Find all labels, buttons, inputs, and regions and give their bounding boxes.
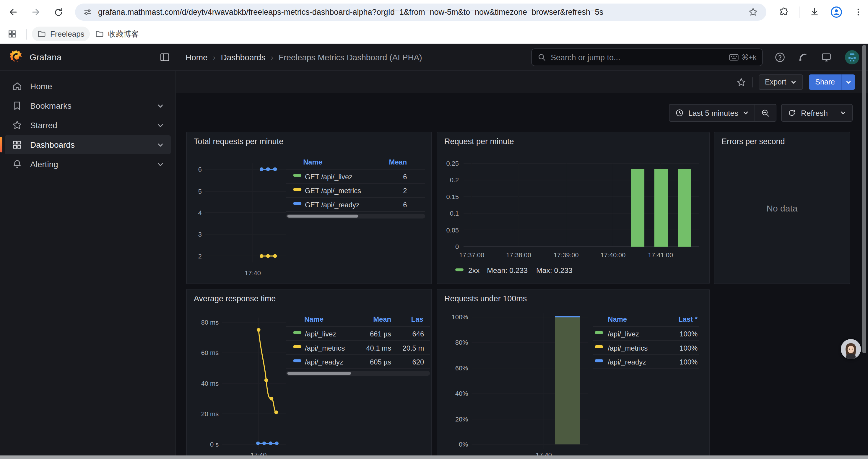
chevron-down-icon[interactable] bbox=[157, 141, 164, 148]
panel-legend[interactable]: 2xxMean: 0.233Max: 0.233 bbox=[455, 266, 572, 274]
bookmark-label: Freeleaps bbox=[50, 30, 85, 38]
browser-menu-icon[interactable] bbox=[851, 5, 866, 20]
url-bar[interactable]: grafana.mathmast.com/d/deytv4rwavabkb/fr… bbox=[75, 4, 766, 21]
sidebar-item-dashboards[interactable]: Dashboards bbox=[5, 135, 171, 154]
sidebar-item-alerting[interactable]: Alerting bbox=[5, 155, 171, 174]
news-rss-icon[interactable] bbox=[798, 52, 808, 63]
svg-text:40 ms: 40 ms bbox=[201, 380, 219, 387]
svg-text:Mean: Mean bbox=[373, 315, 391, 323]
svg-text:17:37:00: 17:37:00 bbox=[459, 251, 484, 259]
svg-text:40%: 40% bbox=[455, 390, 468, 397]
svg-text:GET /api/_livez: GET /api/_livez bbox=[305, 173, 352, 181]
chevron-down-icon[interactable] bbox=[157, 122, 164, 129]
svg-text:Max: 0.233: Max: 0.233 bbox=[536, 266, 572, 274]
panel-title[interactable]: Average response time bbox=[194, 294, 276, 303]
time-range-button[interactable]: Last 5 minutes bbox=[670, 104, 755, 121]
svg-text:6: 6 bbox=[403, 201, 407, 209]
no-data-message: No data bbox=[714, 132, 850, 284]
chevron-down-icon[interactable] bbox=[157, 161, 164, 167]
extensions-icon[interactable] bbox=[776, 5, 791, 20]
refresh-button[interactable]: Refresh bbox=[782, 104, 834, 121]
svg-text:Las: Las bbox=[411, 315, 423, 323]
bookmark-star-icon[interactable] bbox=[748, 7, 758, 17]
grafana-brand[interactable]: Grafana bbox=[9, 50, 61, 64]
svg-text:17:39:00: 17:39:00 bbox=[554, 251, 579, 259]
share-button[interactable]: Share bbox=[809, 74, 841, 90]
svg-text:100%: 100% bbox=[452, 314, 468, 321]
svg-text:605 µs: 605 µs bbox=[370, 358, 391, 366]
panel-title[interactable]: Total requests per minute bbox=[194, 137, 283, 146]
user-avatar[interactable] bbox=[844, 50, 860, 65]
monitor-icon[interactable] bbox=[821, 52, 832, 63]
svg-text:80 ms: 80 ms bbox=[201, 319, 219, 326]
window-scrollbar-track[interactable] bbox=[862, 44, 866, 455]
star-dashboard-icon[interactable] bbox=[736, 77, 746, 87]
svg-text:GET /api/_metrics: GET /api/_metrics bbox=[305, 187, 361, 195]
panel-legend[interactable]: NameLast */api/_livez100%/api/_metrics10… bbox=[593, 315, 699, 369]
chevron-down-icon[interactable] bbox=[157, 102, 164, 109]
panel-title[interactable]: Request per minute bbox=[444, 137, 514, 146]
svg-text:620: 620 bbox=[412, 358, 424, 366]
back-icon[interactable] bbox=[6, 5, 21, 20]
svg-text:20.5 m: 20.5 m bbox=[402, 344, 424, 352]
bookmark-folder-freeleaps[interactable]: Freeleaps bbox=[32, 27, 90, 41]
search-input[interactable]: Search or jump to... ⌘+k bbox=[531, 48, 763, 66]
refresh-interval-button[interactable] bbox=[834, 104, 852, 121]
panel-requests-under-100ms: Requests under 100ms 100%80%60%40%20%0%1… bbox=[437, 289, 710, 459]
svg-text:/api/_metrics: /api/_metrics bbox=[608, 344, 648, 352]
download-icon[interactable] bbox=[807, 5, 822, 20]
help-icon[interactable] bbox=[775, 52, 785, 63]
svg-text:0.05: 0.05 bbox=[446, 227, 459, 234]
panel-title[interactable]: Requests under 100ms bbox=[444, 294, 527, 303]
toolbar-divider bbox=[799, 6, 800, 18]
chevron-down-icon bbox=[840, 110, 846, 116]
time-range-label: Last 5 minutes bbox=[688, 108, 738, 117]
url-text[interactable]: grafana.mathmast.com/d/deytv4rwavabkb/fr… bbox=[98, 8, 748, 17]
sidebar-item-label: Starred bbox=[30, 121, 150, 130]
svg-text:/api/_readyz: /api/_readyz bbox=[305, 358, 343, 366]
profile-icon[interactable] bbox=[829, 5, 844, 20]
sidebar-item-starred[interactable]: Starred bbox=[5, 116, 171, 135]
svg-text:Last *: Last * bbox=[678, 315, 698, 323]
request-per-minute-chart: 0.250.20.150.10.05017:37:0017:38:0017:39… bbox=[437, 132, 709, 284]
panel-legend[interactable]: NameMeanLas/api/_livez661 µs646/api/_met… bbox=[286, 315, 430, 376]
breadcrumb-chevron-icon: › bbox=[271, 53, 273, 62]
site-settings-icon[interactable] bbox=[83, 8, 92, 17]
breadcrumb-home[interactable]: Home bbox=[186, 53, 208, 62]
time-range-group: Last 5 minutes bbox=[669, 104, 777, 122]
svg-text:2: 2 bbox=[403, 187, 407, 195]
sidebar-toggle-icon[interactable] bbox=[159, 52, 170, 65]
zoom-out-button[interactable] bbox=[755, 104, 776, 121]
export-button[interactable]: Export bbox=[758, 74, 803, 90]
refresh-group: Refresh bbox=[781, 104, 852, 122]
svg-text:0.15: 0.15 bbox=[446, 193, 459, 201]
apps-icon bbox=[12, 139, 23, 150]
svg-text:Name: Name bbox=[608, 315, 627, 323]
sidebar-nav: HomeBookmarksStarredDashboardsAlerting bbox=[0, 71, 176, 459]
keyboard-shortcut: ⌘+k bbox=[729, 53, 756, 61]
apps-grid-icon[interactable] bbox=[5, 27, 20, 41]
sidebar-item-label: Dashboards bbox=[30, 140, 150, 150]
panel-legend[interactable]: NameMeanGET /api/_livez6GET /api/_metric… bbox=[286, 158, 425, 219]
bookmark-folder-blogs[interactable]: 收藏博客 bbox=[90, 27, 144, 41]
panel-average-response-time: Average response time 80 ms60 ms40 ms20 … bbox=[186, 289, 432, 459]
sidebar-item-home[interactable]: Home bbox=[5, 77, 171, 96]
forward-icon[interactable] bbox=[28, 5, 43, 20]
svg-text:2xx: 2xx bbox=[468, 266, 480, 274]
reload-icon[interactable] bbox=[51, 5, 66, 20]
svg-text:0 s: 0 s bbox=[210, 441, 219, 448]
svg-text:100%: 100% bbox=[680, 330, 698, 338]
window-scrollbar-thumb[interactable] bbox=[862, 45, 866, 353]
svg-text:Name: Name bbox=[303, 158, 322, 166]
panel-title[interactable]: Errors per second bbox=[721, 137, 785, 146]
floating-assistant-avatar[interactable] bbox=[841, 339, 861, 359]
refresh-label: Refresh bbox=[801, 108, 828, 117]
breadcrumb-dashboards[interactable]: Dashboards bbox=[221, 53, 265, 62]
total-requests-chart: 6543217:40NameMeanGET /api/_livez6GET /a… bbox=[187, 132, 431, 284]
bell-icon bbox=[12, 159, 23, 169]
share-dropdown-button[interactable] bbox=[841, 74, 855, 90]
svg-text:60%: 60% bbox=[455, 364, 468, 372]
horizontal-scrollbar[interactable] bbox=[0, 455, 868, 459]
svg-text:100%: 100% bbox=[680, 358, 698, 366]
sidebar-item-bookmarks[interactable]: Bookmarks bbox=[5, 96, 171, 115]
